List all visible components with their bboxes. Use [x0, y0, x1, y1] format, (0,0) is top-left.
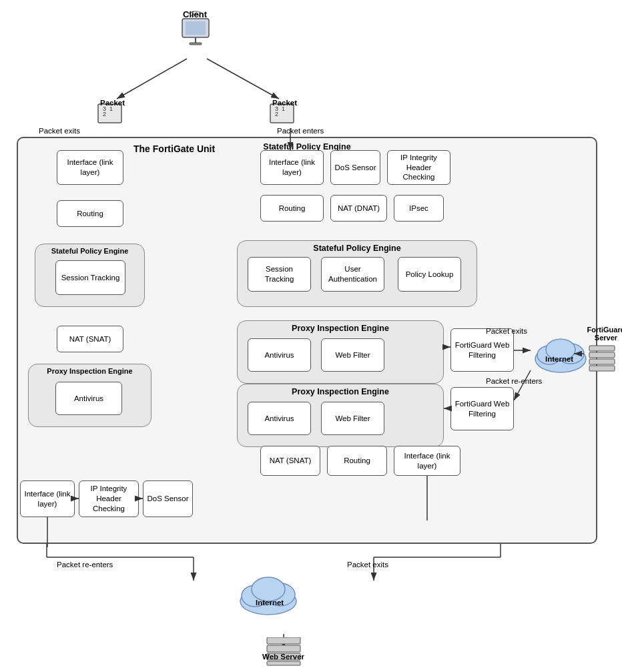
packet-enters-label: Packet enters	[277, 127, 324, 135]
stateful-left-group: Stateful Policy Engine Session Tracking	[35, 244, 145, 307]
nat-snat-bottom: NAT (SNAT)	[260, 446, 320, 476]
fortigate-unit-title: The FortiGate Unit	[133, 143, 215, 154]
proxy-inspection-right-top-title: Proxy Inspection Engine	[292, 324, 389, 333]
nat-snat-left: NAT (SNAT)	[57, 326, 123, 352]
packet-exits-right-label: Packet exits	[486, 327, 527, 335]
proxy-inspection-right-bottom-title: Proxy Inspection Engine	[292, 387, 389, 396]
svg-point-56	[252, 577, 285, 601]
client-label: Client	[183, 9, 207, 19]
packet-reenters-bottom-label: Packet re-enters	[57, 561, 113, 569]
internet-bottom-label: Internet	[256, 599, 284, 607]
fortiguard-server-icon	[584, 340, 621, 379]
proxy-inspection-left-group: Proxy Inspection Engine Antivirus	[28, 364, 151, 427]
antivirus-right-bottom: Antivirus	[248, 402, 311, 435]
web-server-label: Web Server	[262, 653, 304, 661]
policy-lookup: Policy Lookup	[398, 257, 461, 292]
svg-rect-50	[589, 352, 615, 358]
interface-link-right-top: Interface (link layer)	[260, 150, 324, 185]
routing-bottom: Routing	[327, 446, 387, 476]
packet-exits-left-label: Packet exits	[39, 127, 80, 135]
routing-left: Routing	[57, 200, 123, 227]
packet-right-label: Packet	[272, 99, 297, 107]
internet-bottom-cloud	[235, 571, 302, 619]
packet-exits-bottom-label: Packet exits	[347, 561, 388, 569]
stateful-left-title: Stateful Policy Engine	[51, 247, 129, 255]
svg-line-3	[207, 59, 279, 99]
ipsec: IPsec	[394, 195, 444, 222]
svg-rect-51	[589, 359, 615, 364]
session-tracking-right: Session Tracking	[248, 257, 311, 292]
stateful-right-group: Stateful Policy Engine Session Tracking …	[237, 240, 477, 307]
svg-line-2	[117, 59, 187, 99]
user-auth: User Authentication	[321, 257, 384, 292]
fortiguard-web-bottom: FortiGuard Web Filtering	[450, 387, 514, 430]
web-filter-bottom: Web Filter	[321, 402, 384, 435]
routing-right-top: Routing	[260, 195, 324, 222]
dos-left: DoS Sensor	[143, 480, 193, 517]
internet-right-label: Internet	[545, 355, 573, 363]
packet-reenters-right-label: Packet re-enters	[486, 377, 542, 385]
antivirus-right-top: Antivirus	[248, 338, 311, 372]
web-filter-top: Web Filter	[321, 338, 384, 372]
session-tracking-left: Session Tracking	[55, 260, 125, 295]
diagram-container: Packet exits Packet re-enters	[0, 0, 622, 672]
proxy-inspection-right-top-group: Proxy Inspection Engine Antivirus Web Fi…	[237, 320, 444, 384]
fortiguard-server-label: FortiGuardServer	[579, 326, 622, 342]
interface-link-bottom-right: Interface (link layer)	[394, 446, 460, 476]
ip-integrity-right-top: IP Integrity Header Checking	[387, 150, 450, 185]
svg-rect-49	[589, 346, 615, 351]
stateful-right-title: Stateful Policy Engine	[313, 244, 400, 253]
nat-dnat: NAT (DNAT)	[330, 195, 387, 222]
svg-rect-34	[186, 21, 206, 35]
ip-integrity-left: IP Integrity Header Checking	[79, 480, 139, 517]
svg-text:2: 2	[275, 111, 278, 117]
interface-link-left-bottom: Interface (link layer)	[20, 480, 75, 517]
proxy-inspection-left-title: Proxy Inspection Engine	[47, 367, 132, 375]
interface-link-left-top: Interface (link layer)	[57, 150, 123, 185]
proxy-inspection-right-bottom-group: Proxy Inspection Engine Antivirus Web Fi…	[237, 384, 444, 447]
svg-rect-36	[190, 43, 202, 45]
svg-rect-52	[589, 366, 615, 371]
svg-rect-60	[267, 661, 300, 665]
antivirus-left: Antivirus	[55, 382, 122, 415]
svg-rect-57	[267, 637, 300, 644]
dos-right-top: DoS Sensor	[330, 150, 380, 185]
svg-rect-58	[267, 645, 300, 652]
packet-left-label: Packet	[100, 99, 125, 107]
svg-text:2: 2	[103, 111, 106, 117]
